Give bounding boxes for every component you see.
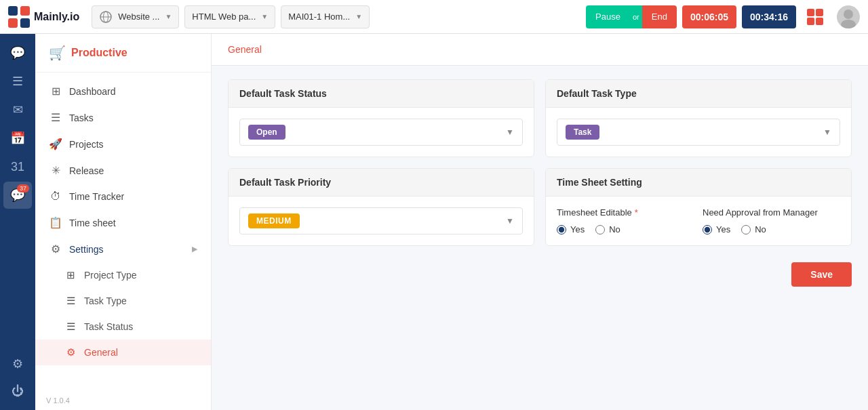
task-status-arrow: ▼ xyxy=(506,127,514,137)
total-timer: 00:34:16 xyxy=(742,5,796,28)
task-arrow: ▼ xyxy=(355,13,362,20)
icon-bar-calendar2[interactable]: 31 xyxy=(3,153,32,180)
end-button[interactable]: End xyxy=(642,5,677,28)
timesheet-editable-radios: Yes No xyxy=(557,224,694,234)
app-name: Mainly.io xyxy=(34,11,79,23)
icon-bar-bottom-group: ⚙ ⏻ xyxy=(3,350,32,405)
logo-icon xyxy=(8,6,30,28)
timesheet-editable-yes[interactable]: Yes xyxy=(557,224,585,234)
tasks-icon: ☰ xyxy=(49,111,62,124)
timesheet-label-nav: Time sheet xyxy=(69,218,116,228)
sidebar-item-projects[interactable]: 🚀 Projects xyxy=(35,131,211,157)
general-label: General xyxy=(84,347,118,358)
dashboard-label: Dashboard xyxy=(69,86,116,97)
dashboard-icon: ⊞ xyxy=(49,85,62,98)
sidebar-item-task-type[interactable]: ☰ Task Type xyxy=(35,288,211,314)
settings-label: Settings xyxy=(69,244,104,255)
projects-icon: 🚀 xyxy=(49,138,62,150)
approval-no[interactable]: No xyxy=(741,224,766,234)
sidebar-header: 🛒 Productive xyxy=(35,34,211,73)
timesheet-card-body: Timesheet Editable* Yes No xyxy=(546,197,851,245)
content-header: General xyxy=(212,34,868,66)
page-dropdown[interactable]: HTML Web pa... ▼ xyxy=(184,5,275,28)
save-button[interactable]: Save xyxy=(791,262,852,287)
sidebar-item-task-status[interactable]: ☰ Task Status xyxy=(35,314,211,340)
task-priority-card-body: MEDIUM ▼ xyxy=(229,197,534,245)
website-label: Website ... xyxy=(118,12,159,22)
svg-rect-0 xyxy=(8,6,18,16)
default-task-priority-card: Default Task Priority MEDIUM ▼ xyxy=(228,168,534,246)
task-status-card-header: Default Task Status xyxy=(229,80,534,108)
grid-icon[interactable] xyxy=(807,9,823,25)
task-status-label: Task Status xyxy=(84,321,133,332)
task-type-card-body: Task ▼ xyxy=(546,108,851,157)
sidebar: 🛒 Productive ⊞ Dashboard ☰ Tasks 🚀 Proje… xyxy=(35,34,212,410)
notification-badge: 37 xyxy=(17,184,29,192)
tasks-label: Tasks xyxy=(69,112,94,123)
time-tracker-label: Time Tracker xyxy=(69,191,124,202)
sidebar-item-dashboard[interactable]: ⊞ Dashboard xyxy=(35,78,211,104)
timesheet-editable-no-radio[interactable] xyxy=(595,225,605,234)
page-arrow: ▼ xyxy=(261,13,268,20)
page-label: HTML Web pa... xyxy=(192,12,256,22)
sidebar-item-general[interactable]: ⚙ General xyxy=(35,340,211,365)
settings-arrow: ▶ xyxy=(192,245,197,253)
icon-bar-power[interactable]: ⏻ xyxy=(3,377,32,405)
save-area: Save xyxy=(228,257,852,287)
icon-bar-mail[interactable]: ✉ xyxy=(3,96,32,123)
task-type-icon: ☰ xyxy=(64,295,77,307)
svg-point-7 xyxy=(844,9,853,19)
task-status-icon: ☰ xyxy=(64,321,77,333)
approval-radios: Yes No xyxy=(703,224,840,234)
sidebar-item-tasks[interactable]: ☰ Tasks xyxy=(35,104,211,131)
approval-yes-radio[interactable] xyxy=(703,225,712,234)
projects-label: Projects xyxy=(69,139,104,150)
version-tag: V 1.0.4 xyxy=(35,391,211,410)
sidebar-item-settings[interactable]: ⚙ Settings ▶ xyxy=(35,236,211,262)
task-status-dropdown[interactable]: Open ▼ xyxy=(239,119,523,146)
content-body: Default Task Status Open ▼ Default Task … xyxy=(212,66,868,300)
task-type-arrow: ▼ xyxy=(823,127,831,137)
settings-icon: ⚙ xyxy=(49,243,62,255)
header: Mainly.io Website ... ▼ HTML Web pa... ▼… xyxy=(0,0,868,34)
user-avatar[interactable] xyxy=(837,5,860,28)
required-marker: * xyxy=(635,207,638,218)
task-type-value: Task xyxy=(566,125,599,140)
icon-bar: 💬 ☰ ✉ 📅 31 💬 37 ⚙ ⏻ xyxy=(0,34,35,410)
task-priority-card-header: Default Task Priority xyxy=(229,169,534,197)
task-priority-dropdown[interactable]: MEDIUM ▼ xyxy=(239,207,523,234)
project-type-icon: ⊞ xyxy=(64,269,77,281)
general-icon: ⚙ xyxy=(64,346,77,358)
sidebar-item-project-type[interactable]: ⊞ Project Type xyxy=(35,262,211,288)
icon-bar-calendar[interactable]: 📅 xyxy=(3,125,32,152)
task-type-label: Task Type xyxy=(84,295,127,306)
icon-bar-list[interactable]: ☰ xyxy=(3,68,32,95)
timesheet-editable-yes-radio[interactable] xyxy=(557,225,566,234)
sidebar-item-timesheet[interactable]: 📋 Time sheet xyxy=(35,209,211,236)
website-dropdown[interactable]: Website ... ▼ xyxy=(92,5,179,28)
content-area: General Default Task Status Open ▼ Defau… xyxy=(212,34,868,410)
or-label: or xyxy=(630,5,642,28)
website-arrow: ▼ xyxy=(165,13,172,20)
sidebar-nav: ⊞ Dashboard ☰ Tasks 🚀 Projects ✳ Release… xyxy=(35,73,211,371)
sidebar-item-time-tracker[interactable]: ⏱ Time Tracker xyxy=(35,184,211,209)
icon-bar-notification[interactable]: 💬 37 xyxy=(3,182,32,209)
task-type-dropdown[interactable]: Task ▼ xyxy=(557,119,840,146)
timesheet-editable-label: Timesheet Editable* xyxy=(557,207,694,218)
sidebar-item-release[interactable]: ✳ Release xyxy=(35,157,211,184)
svg-point-8 xyxy=(841,20,856,28)
approval-no-radio[interactable] xyxy=(741,225,751,234)
pause-button[interactable]: Pause xyxy=(586,5,630,28)
icon-bar-chat[interactable]: 💬 xyxy=(3,39,32,66)
timesheet-card-header: Time Sheet Setting xyxy=(546,169,851,197)
timesheet-editable-no[interactable]: No xyxy=(595,224,620,234)
default-task-status-card: Default Task Status Open ▼ xyxy=(228,79,534,157)
sidebar-productive-icon: 🛒 xyxy=(49,45,66,61)
task-status-value: Open xyxy=(248,125,285,140)
icon-bar-settings[interactable]: ⚙ xyxy=(3,350,32,377)
main-layout: 💬 ☰ ✉ 📅 31 💬 37 ⚙ ⏻ 🛒 Productive ⊞ Dashb… xyxy=(0,34,868,410)
task-status-card-body: Open ▼ xyxy=(229,108,534,157)
task-dropdown[interactable]: MAI01-1 Hom... ▼ xyxy=(281,5,370,28)
task-type-card-header: Default Task Type xyxy=(546,80,851,108)
approval-yes[interactable]: Yes xyxy=(703,224,730,234)
